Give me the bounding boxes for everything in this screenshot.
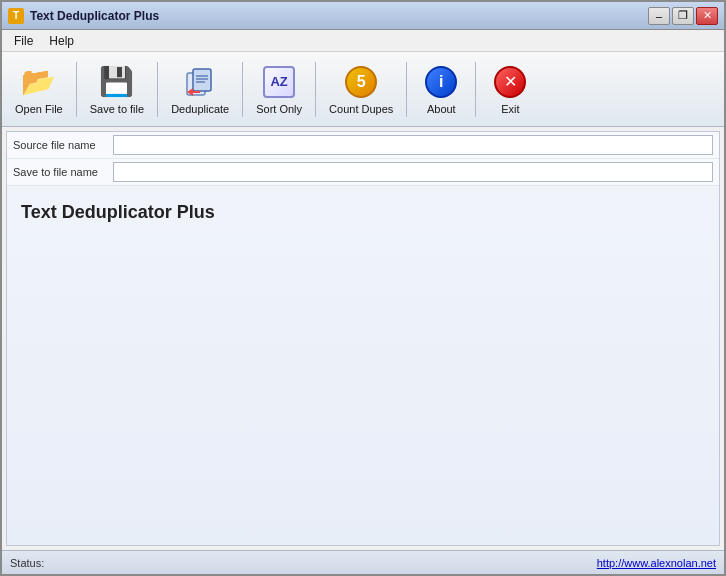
menu-help[interactable]: Help bbox=[41, 32, 82, 50]
status-bar: Status: http://www.alexnolan.net bbox=[2, 550, 724, 574]
open-file-button[interactable]: 📂 Open File bbox=[6, 59, 72, 120]
app-window: T Text Deduplicator Plus – ❐ ✕ File Help bbox=[0, 0, 726, 576]
source-file-row: Source file name bbox=[7, 132, 719, 159]
about-label: About bbox=[427, 103, 456, 115]
save-to-file-button[interactable]: 💾 Save to file bbox=[81, 59, 153, 120]
window-title: Text Deduplicator Plus bbox=[30, 9, 159, 23]
menu-file[interactable]: File bbox=[6, 32, 41, 50]
status-label: Status: bbox=[10, 557, 44, 569]
content-area: Source file name Save to file name Text … bbox=[6, 131, 720, 546]
restore-button[interactable]: ❐ bbox=[672, 7, 694, 25]
title-bar-left: T Text Deduplicator Plus bbox=[8, 8, 159, 24]
exit-label: Exit bbox=[501, 103, 519, 115]
toolbar-separator-2 bbox=[157, 62, 158, 117]
toolbar: 📂 Open File 💾 Save to file bbox=[2, 52, 724, 127]
sort-only-icon: AZ bbox=[261, 64, 297, 100]
sort-only-label: Sort Only bbox=[256, 103, 302, 115]
save-file-input[interactable] bbox=[113, 162, 713, 182]
save-to-file-icon: 💾 bbox=[99, 64, 135, 100]
save-file-row: Save to file name bbox=[7, 159, 719, 186]
open-file-icon: 📂 bbox=[21, 64, 57, 100]
sort-only-button[interactable]: AZ Sort Only bbox=[247, 59, 311, 120]
deduplicate-icon bbox=[182, 64, 218, 100]
exit-button[interactable]: ✕ Exit bbox=[480, 59, 540, 120]
count-dupes-label: Count Dupes bbox=[329, 103, 393, 115]
svg-rect-1 bbox=[193, 69, 211, 91]
toolbar-separator-3 bbox=[242, 62, 243, 117]
deduplicate-label: Deduplicate bbox=[171, 103, 229, 115]
save-to-file-label: Save to file bbox=[90, 103, 144, 115]
source-file-label: Source file name bbox=[13, 139, 113, 151]
save-file-label: Save to file name bbox=[13, 166, 113, 178]
count-dupes-icon: 5 bbox=[343, 64, 379, 100]
exit-icon: ✕ bbox=[492, 64, 528, 100]
close-button[interactable]: ✕ bbox=[696, 7, 718, 25]
about-icon: i bbox=[423, 64, 459, 100]
website-link[interactable]: http://www.alexnolan.net bbox=[597, 557, 716, 569]
toolbar-separator-4 bbox=[315, 62, 316, 117]
menu-bar: File Help bbox=[2, 30, 724, 52]
toolbar-separator-1 bbox=[76, 62, 77, 117]
minimize-button[interactable]: – bbox=[648, 7, 670, 25]
about-button[interactable]: i About bbox=[411, 59, 471, 120]
source-file-input[interactable] bbox=[113, 135, 713, 155]
toolbar-separator-5 bbox=[406, 62, 407, 117]
app-title-display: Text Deduplicator Plus bbox=[17, 196, 709, 229]
toolbar-separator-6 bbox=[475, 62, 476, 117]
app-display-area: Text Deduplicator Plus bbox=[7, 186, 719, 545]
open-file-label: Open File bbox=[15, 103, 63, 115]
title-bar: T Text Deduplicator Plus – ❐ ✕ bbox=[2, 2, 724, 30]
window-controls: – ❐ ✕ bbox=[648, 7, 718, 25]
count-dupes-button[interactable]: 5 Count Dupes bbox=[320, 59, 402, 120]
deduplicate-button[interactable]: Deduplicate bbox=[162, 59, 238, 120]
app-icon: T bbox=[8, 8, 24, 24]
